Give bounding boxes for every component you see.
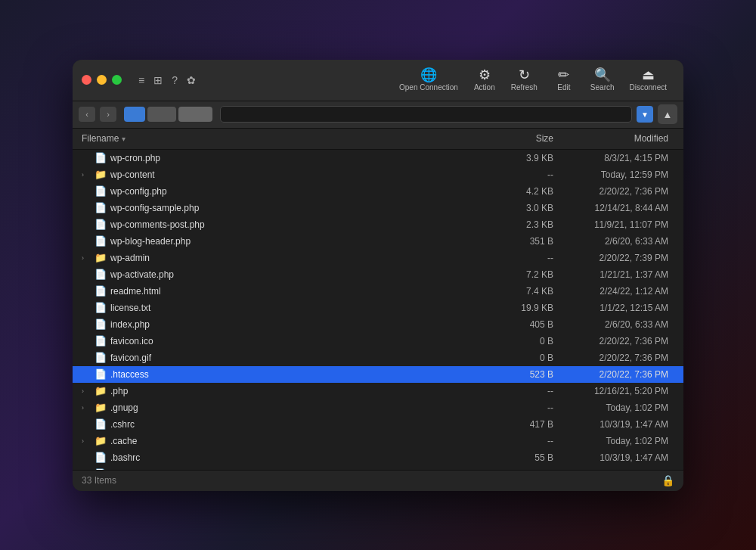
file-size-cell: 405 B (493, 319, 553, 330)
file-size-cell: 523 B (493, 369, 553, 380)
refresh-label: Refresh (511, 83, 538, 92)
size-column-header[interactable]: Size (493, 133, 553, 144)
table-row[interactable]: › 📁 wp-content -- Today, 12:59 PM (73, 166, 683, 183)
expand-arrow-icon: › (82, 437, 91, 445)
maximize-button[interactable] (112, 75, 122, 85)
path-dropdown-button[interactable]: ▼ (637, 106, 653, 123)
breadcrumb-home[interactable] (124, 107, 145, 122)
modified-column-header[interactable]: Modified (553, 133, 674, 144)
breadcrumb-level2[interactable] (178, 107, 212, 122)
open-connection-button[interactable]: 🌐 Open Connection (392, 65, 466, 95)
table-row[interactable]: › 📁 .php -- 12/16/21, 5:20 PM (73, 383, 683, 399)
file-type-icon: 📄 (94, 285, 107, 297)
file-size-cell: -- (493, 402, 553, 413)
table-row[interactable]: 📄 wp-cron.php 3.9 KB 8/3/21, 4:15 PM (73, 150, 683, 166)
file-size-cell: -- (493, 436, 553, 446)
disconnect-button[interactable]: ⏏ Disconnect (622, 65, 674, 95)
table-row[interactable]: 📄 wp-config-sample.php 3.0 KB 12/14/21, … (73, 200, 683, 216)
table-row[interactable]: 📄 license.txt 19.9 KB 1/1/22, 12:15 AM (73, 300, 683, 316)
edit-button[interactable]: ✏ Edit (545, 65, 583, 95)
action-label: Action (474, 83, 495, 92)
file-name-label: wp-admin (110, 253, 150, 263)
file-modified-cell: 1/1/22, 12:15 AM (553, 303, 674, 313)
file-modified-cell: 2/24/22, 1:12 AM (553, 286, 674, 297)
column-headers: Filename ▾ Size Modified (73, 129, 683, 150)
back-button[interactable]: ‹ (79, 107, 95, 122)
statusbar: 33 Items 🔒 (73, 470, 683, 491)
filename-column-header[interactable]: Filename ▾ (82, 133, 493, 144)
table-row[interactable]: 📄 wp-blog-header.php 351 B 2/6/20, 6:33 … (73, 233, 683, 250)
size-header-label: Size (536, 133, 553, 144)
file-size-cell: 351 B (493, 236, 553, 247)
list-view-icon[interactable]: ≡ (138, 74, 144, 86)
toolbar-actions: 🌐 Open Connection ⚙ Action ↻ Refresh ✏ E… (392, 65, 674, 95)
table-row[interactable]: 📄 favicon.ico 0 B 2/20/22, 7:36 PM (73, 333, 683, 350)
table-row[interactable]: › 📁 wp-admin -- 2/20/22, 7:39 PM (73, 250, 683, 266)
edit-icon: ✏ (558, 68, 569, 82)
file-size-cell: 7.4 KB (493, 286, 553, 297)
file-modified-cell: 11/9/21, 11:07 PM (553, 219, 674, 230)
file-name-label: wp-config.php (110, 186, 167, 197)
minimize-button[interactable] (97, 75, 107, 85)
file-type-icon: 📄 (94, 235, 107, 247)
help-icon[interactable]: ? (172, 74, 178, 86)
file-modified-cell: 2/20/22, 7:36 PM (553, 186, 674, 197)
file-type-icon: 📁 (94, 402, 107, 413)
file-name-label: .htaccess (110, 369, 149, 380)
file-name-label: .php (110, 386, 128, 396)
forward-button[interactable]: › (100, 107, 116, 122)
file-name-cell: 📄 .bashrc (82, 452, 493, 463)
file-size-cell: 7.2 KB (493, 269, 553, 280)
expand-arrow-icon: › (82, 171, 91, 179)
addressbar: ‹ › ▼ ▲ (73, 101, 683, 129)
file-type-icon: 📄 (94, 202, 107, 213)
file-type-icon: 📄 (94, 352, 107, 363)
table-row[interactable]: 📄 wp-comments-post.php 2.3 KB 11/9/21, 1… (73, 216, 683, 233)
file-type-icon: 📄 (94, 335, 107, 346)
file-name-cell: 📄 wp-config-sample.php (82, 202, 493, 213)
filename-header-label: Filename (82, 133, 119, 144)
table-row[interactable]: › 📁 .gnupg -- Today, 1:02 PM (73, 399, 683, 416)
expand-arrow-icon: › (82, 404, 91, 412)
file-type-icon: 📄 (94, 452, 107, 463)
table-row[interactable]: 📄 wp-config.php 4.2 KB 2/20/22, 7:36 PM (73, 183, 683, 200)
expand-arrow-icon: › (82, 387, 91, 395)
file-modified-cell: 2/20/22, 7:39 PM (553, 253, 674, 263)
table-row[interactable]: 📄 wp-activate.php 7.2 KB 1/21/21, 1:37 A… (73, 266, 683, 283)
table-row[interactable]: 📄 .htaccess 523 B 2/20/22, 7:36 PM (73, 366, 683, 383)
file-name-label: wp-activate.php (110, 269, 174, 280)
file-type-icon: 📄 (94, 302, 107, 313)
refresh-button[interactable]: ↻ Refresh (503, 65, 545, 95)
file-name-label: wp-blog-header.php (110, 236, 191, 247)
file-type-icon: 📄 (94, 219, 107, 230)
main-window: ≡ ⊞ ? ✿ 🌐 Open Connection ⚙ Action ↻ Ref… (73, 60, 683, 491)
action-button[interactable]: ⚙ Action (466, 65, 503, 95)
file-name-cell: › 📁 .php (82, 385, 493, 396)
traffic-lights (82, 75, 122, 85)
bookmark-icon[interactable]: ⊞ (153, 74, 163, 86)
table-row[interactable]: 📄 .cshrc 417 B 10/3/19, 1:47 AM (73, 416, 683, 433)
table-row[interactable]: 📄 .bashrc 55 B 10/3/19, 1:47 AM (73, 449, 683, 466)
file-name-label: wp-content (110, 169, 155, 180)
upload-button[interactable]: ▲ (658, 104, 677, 124)
table-row[interactable]: 📄 favicon.gif 0 B 2/20/22, 7:36 PM (73, 350, 683, 366)
close-button[interactable] (82, 75, 91, 85)
table-row[interactable]: › 📁 .cache -- Today, 1:02 PM (73, 433, 683, 449)
table-row[interactable]: 📄 index.php 405 B 2/6/20, 6:33 AM (73, 316, 683, 333)
file-name-cell: 📄 wp-blog-header.php (82, 235, 493, 247)
breadcrumb-level1[interactable] (147, 107, 176, 122)
file-type-icon: 📄 (94, 185, 107, 197)
file-size-cell: -- (493, 386, 553, 396)
search-button[interactable]: 🔍 Search (583, 65, 622, 95)
file-modified-cell: 2/6/20, 6:33 AM (553, 319, 674, 330)
path-input[interactable] (220, 106, 632, 123)
file-list: 📄 wp-cron.php 3.9 KB 8/3/21, 4:15 PM › 📁… (73, 150, 683, 470)
file-type-icon: 📄 (94, 269, 107, 280)
file-name-cell: 📄 wp-config.php (82, 185, 493, 197)
table-row[interactable]: 📄 readme.html 7.4 KB 2/24/22, 1:12 AM (73, 283, 683, 300)
search-icon: 🔍 (594, 68, 611, 82)
star-icon[interactable]: ✿ (187, 74, 196, 86)
file-name-label: .cache (110, 436, 137, 446)
file-type-icon: 📄 (94, 368, 107, 380)
file-size-cell: 2.3 KB (493, 219, 553, 230)
